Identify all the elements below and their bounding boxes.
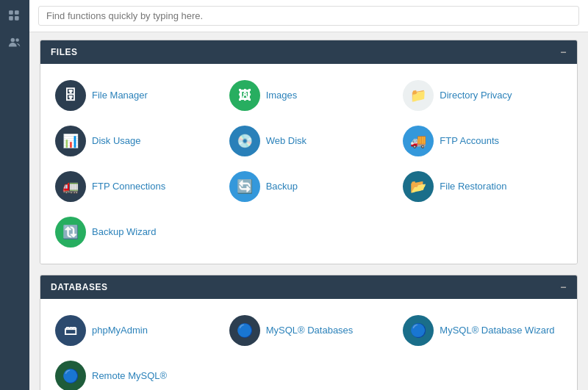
label-mysql-databases: MySQL® Databases bbox=[266, 325, 354, 336]
item-backup-wizard[interactable]: 🔃Backup Wizard bbox=[48, 211, 222, 253]
section-databases: DATABASES − 🗃phpMyAdmin🔵MySQL® Databases… bbox=[40, 275, 578, 390]
icon-file-restoration: 📂 bbox=[403, 171, 434, 202]
item-ftp-connections[interactable]: 🚛FTP Connections bbox=[48, 165, 222, 208]
icon-mysql-wizard: 🔵 bbox=[403, 315, 434, 346]
sidebar bbox=[0, 0, 29, 390]
section-header-databases[interactable]: DATABASES − bbox=[40, 275, 577, 299]
item-file-manager[interactable]: 🗄File Manager bbox=[48, 74, 222, 117]
main-content: FILES − 🗄File Manager🖼Images📁Directory P… bbox=[29, 0, 588, 390]
label-backup-wizard: Backup Wizard bbox=[92, 226, 156, 238]
section-title-databases: DATABASES bbox=[51, 282, 107, 292]
icon-remote-mysql: 🔵 bbox=[55, 361, 86, 390]
label-file-restoration: File Restoration bbox=[440, 181, 506, 192]
label-images: Images bbox=[266, 90, 298, 101]
icon-web-disk: 💿 bbox=[229, 126, 260, 156]
section-title-files: FILES bbox=[51, 47, 78, 57]
label-mysql-wizard: MySQL® Database Wizard bbox=[440, 325, 554, 336]
icon-ftp-accounts: 🚚 bbox=[403, 126, 434, 156]
users-icon[interactable] bbox=[4, 32, 25, 53]
item-mysql-databases[interactable]: 🔵MySQL® Databases bbox=[222, 309, 396, 352]
svg-rect-1 bbox=[15, 10, 19, 15]
search-input[interactable] bbox=[38, 6, 579, 26]
icon-directory-privacy: 📁 bbox=[403, 80, 434, 111]
item-remote-mysql[interactable]: 🔵Remote MySQL® bbox=[48, 355, 222, 390]
item-file-restoration[interactable]: 📂File Restoration bbox=[395, 165, 570, 208]
icon-mysql-databases: 🔵 bbox=[229, 315, 260, 346]
svg-rect-3 bbox=[15, 16, 19, 21]
search-bar bbox=[29, 0, 588, 32]
svg-rect-2 bbox=[9, 16, 13, 21]
item-phpmyadmin[interactable]: 🗃phpMyAdmin bbox=[48, 309, 222, 352]
section-body-files: 🗄File Manager🖼Images📁Directory Privacy📊D… bbox=[40, 64, 577, 264]
item-images[interactable]: 🖼Images bbox=[222, 74, 396, 117]
icon-disk-usage: 📊 bbox=[55, 126, 86, 156]
label-disk-usage: Disk Usage bbox=[92, 135, 140, 147]
item-disk-usage[interactable]: 📊Disk Usage bbox=[48, 120, 222, 162]
icon-ftp-connections: 🚛 bbox=[55, 171, 86, 202]
section-header-files[interactable]: FILES − bbox=[40, 40, 577, 64]
section-body-databases: 🗃phpMyAdmin🔵MySQL® Databases🔵MySQL® Data… bbox=[40, 299, 577, 390]
icon-phpmyadmin: 🗃 bbox=[55, 315, 86, 346]
section-files: FILES − 🗄File Manager🖼Images📁Directory P… bbox=[40, 40, 578, 264]
grid-icon[interactable] bbox=[4, 6, 25, 26]
svg-point-5 bbox=[15, 38, 19, 42]
content-area: FILES − 🗄File Manager🖼Images📁Directory P… bbox=[29, 32, 588, 390]
svg-point-4 bbox=[11, 38, 15, 42]
item-ftp-accounts[interactable]: 🚚FTP Accounts bbox=[395, 120, 570, 162]
label-phpmyadmin: phpMyAdmin bbox=[92, 325, 148, 336]
icon-backup: 🔄 bbox=[229, 171, 260, 202]
icon-images: 🖼 bbox=[229, 80, 260, 111]
label-ftp-accounts: FTP Accounts bbox=[440, 135, 499, 147]
label-directory-privacy: Directory Privacy bbox=[440, 90, 512, 101]
icon-file-manager: 🗄 bbox=[55, 80, 86, 111]
item-directory-privacy[interactable]: 📁Directory Privacy bbox=[395, 74, 570, 117]
icon-backup-wizard: 🔃 bbox=[55, 217, 86, 248]
label-backup: Backup bbox=[266, 181, 298, 192]
collapse-icon-files[interactable]: − bbox=[560, 46, 567, 58]
item-web-disk[interactable]: 💿Web Disk bbox=[222, 120, 396, 162]
label-ftp-connections: FTP Connections bbox=[92, 181, 165, 192]
label-web-disk: Web Disk bbox=[266, 135, 306, 147]
item-mysql-wizard[interactable]: 🔵MySQL® Database Wizard bbox=[395, 309, 570, 352]
label-remote-mysql: Remote MySQL® bbox=[92, 370, 167, 382]
item-backup[interactable]: 🔄Backup bbox=[222, 165, 396, 208]
label-file-manager: File Manager bbox=[92, 90, 148, 101]
collapse-icon-databases[interactable]: − bbox=[560, 281, 567, 293]
svg-rect-0 bbox=[9, 10, 13, 15]
